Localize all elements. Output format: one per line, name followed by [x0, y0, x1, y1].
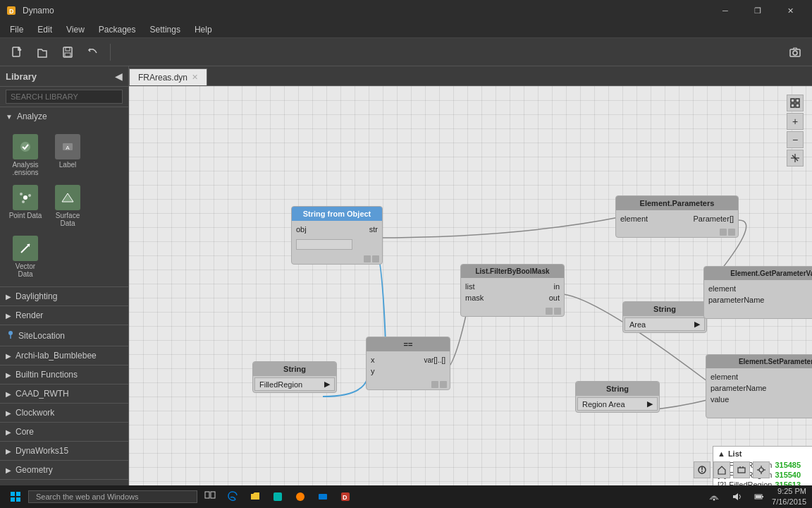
canvas[interactable]: String from Object obj str == [129, 86, 812, 485]
time-display: 9:25 PM [772, 486, 806, 497]
svg-rect-43 [273, 492, 282, 501]
canvas-icon-2[interactable] [713, 461, 730, 478]
canvas-icon-4[interactable] [753, 461, 770, 478]
task-view-button[interactable] [200, 487, 220, 507]
node-element-parameters[interactable]: Element.Parameters element Parameter[] [615, 195, 739, 238]
node-filter-checkbox[interactable] [546, 308, 553, 315]
search-input[interactable] [6, 90, 123, 104]
app-icon-3[interactable] [313, 487, 333, 507]
app-icon-1[interactable] [268, 487, 288, 507]
toolbar-separator [110, 44, 111, 61]
menu-help[interactable]: Help [187, 21, 219, 38]
sidebar-section-caad-header[interactable]: ▶ CAAD_RWTH [0, 385, 128, 403]
zoom-out-button[interactable]: − [787, 131, 804, 148]
node-list-filter[interactable]: List.FilterByBoolMask list in mask out [460, 264, 565, 317]
tab-frareas[interactable]: FRAreas.dyn ✕ [129, 68, 207, 85]
node-equality[interactable]: == x var[]..[] y [366, 337, 450, 390]
sitelocation-label: SiteLocation [18, 331, 65, 341]
restore-button[interactable]: ❐ [742, 0, 774, 21]
node-eq-checkbox[interactable] [431, 381, 438, 388]
sidebar-section-analyze-header[interactable]: ▼ Analyze [0, 107, 128, 126]
node-input-field[interactable] [296, 239, 352, 250]
analysis-extensions-icon [13, 134, 38, 159]
search-taskbar[interactable]: Search the web and Windows [28, 490, 197, 503]
menu-file[interactable]: File [3, 21, 30, 38]
sidebar-section-grimshaw-header[interactable]: ▶ Grimshaw [0, 480, 128, 485]
node-ep-checkbox[interactable] [720, 229, 727, 236]
list-output-title: List [728, 449, 742, 458]
tab-close-button[interactable]: ✕ [192, 73, 198, 82]
edge-icon[interactable] [223, 487, 242, 507]
open-button[interactable] [31, 41, 54, 64]
node-eq-freeze[interactable] [440, 381, 447, 388]
close-button[interactable]: ✕ [774, 0, 806, 21]
sidebar-collapse-button[interactable]: ◀ [115, 71, 123, 82]
menu-packages[interactable]: Packages [92, 21, 143, 38]
port-x-label: x [371, 356, 375, 364]
list-row-2: [2] FilledRegion 315613 [718, 480, 812, 485]
node-get-param-header: Element.GetParameterValueByName [704, 267, 812, 280]
svg-rect-52 [756, 495, 761, 498]
point-data-item[interactable]: Point Data [6, 182, 45, 230]
zoom-in-button[interactable]: + [787, 113, 804, 130]
titlebar: D Dynamo ─ ❐ ✕ [0, 0, 812, 21]
surface-data-item[interactable]: Surface Data [48, 182, 87, 230]
node-filter-freeze[interactable] [554, 308, 561, 315]
geometry-arrow: ▶ [6, 466, 11, 474]
menu-view[interactable]: View [59, 21, 92, 38]
node-ep-freeze[interactable] [728, 229, 735, 236]
sidebar-section-builtin-header[interactable]: ▶ Builtin Functions [0, 365, 128, 384]
zoom-fit-button[interactable] [787, 150, 804, 167]
list-value-2: 315613 [775, 480, 801, 485]
sidebar-section-render-header[interactable]: ▶ Render [0, 306, 128, 325]
node-freeze[interactable] [372, 255, 379, 262]
menu-edit[interactable]: Edit [30, 21, 59, 38]
label-item[interactable]: A Label [48, 131, 87, 179]
new-button[interactable] [6, 41, 28, 64]
svg-rect-40 [16, 497, 20, 502]
menu-settings[interactable]: Settings [143, 21, 187, 38]
svg-point-14 [22, 200, 25, 203]
sidebar-section-geometry-header[interactable]: ▶ Geometry [0, 461, 128, 479]
node-string-filled-region[interactable]: String FilledRegion ▶ [252, 361, 337, 393]
render-label: Render [16, 310, 43, 320]
canvas-area: FRAreas.dyn ✕ [129, 66, 812, 485]
label-icon: A [55, 134, 80, 159]
sidebar-section-core-header[interactable]: ▶ Core [0, 423, 128, 441]
minimize-button[interactable]: ─ [709, 0, 742, 21]
undo-button[interactable] [82, 41, 104, 64]
archilab-label: Archi-lab_Bumblebee [16, 351, 97, 361]
battery-icon[interactable] [749, 487, 769, 507]
node-checkbox[interactable] [364, 255, 371, 262]
save-button[interactable] [56, 41, 79, 64]
node-element-set-param[interactable]: Element.SetParameterByName element Eleme… [706, 354, 812, 418]
volume-icon[interactable] [727, 487, 746, 507]
app-icon-2[interactable] [290, 487, 310, 507]
sidebar-section-sitelocation-header[interactable]: SiteLocation [0, 325, 128, 346]
vector-data-item[interactable]: Vector Data [6, 233, 45, 281]
node-string-area[interactable]: String Area ▶ [622, 301, 707, 333]
fit-button[interactable] [787, 95, 804, 111]
list-index-2: [2] [718, 480, 726, 485]
start-button[interactable] [6, 487, 25, 507]
canvas-icon-1[interactable] [694, 461, 710, 478]
app-icon-4[interactable]: D [336, 487, 355, 507]
camera-button[interactable] [784, 41, 806, 64]
sidebar-section-daylighting-header[interactable]: ▶ Daylighting [0, 287, 128, 306]
node-string-from-object[interactable]: String from Object obj str [291, 206, 383, 265]
node-string-region-area[interactable]: String Region Area ▶ [575, 381, 660, 413]
port-param-name-label: parameterName [708, 296, 764, 304]
canvas-icon-3[interactable] [733, 461, 750, 478]
sidebar-section-dynaworks-header[interactable]: ▶ DynaWorks15 [0, 442, 128, 460]
node-element-get-param[interactable]: Element.GetParameterValueByName element … [703, 266, 812, 319]
sidebar-section-clockwork-header[interactable]: ▶ Clockwork [0, 404, 128, 422]
node-string-area-header: String [623, 302, 706, 316]
network-icon[interactable] [704, 487, 724, 507]
node-get-param-footer [704, 308, 812, 318]
vector-data-label: Vector Data [8, 262, 42, 278]
explorer-icon[interactable] [245, 487, 265, 507]
sidebar-section-archilab-header[interactable]: ▶ Archi-lab_Bumblebee [0, 346, 128, 365]
analysis-extensions-item[interactable]: Analysis .ensions [6, 131, 45, 179]
port-get-element-label: element [708, 284, 736, 293]
svg-rect-42 [211, 492, 215, 498]
